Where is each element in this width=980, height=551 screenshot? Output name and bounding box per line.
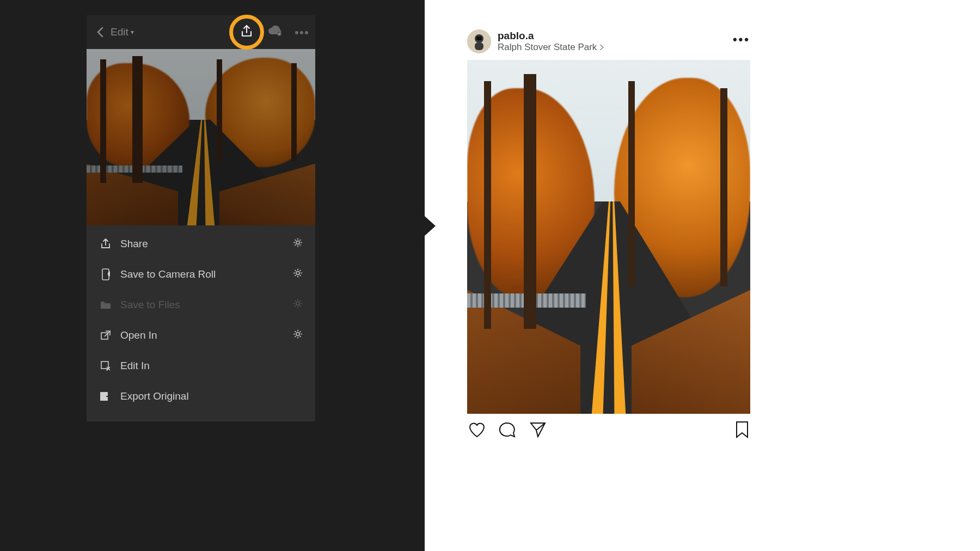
post-image[interactable] (467, 60, 750, 414)
avatar[interactable] (467, 29, 491, 53)
more-icon[interactable] (295, 27, 309, 37)
menu-item-share[interactable]: Share (87, 229, 315, 259)
location[interactable]: Ralph Stover State Park (498, 42, 604, 53)
caret-down-icon: ▾ (131, 28, 134, 36)
menu-item-label: Edit In (120, 360, 150, 372)
header-actions (267, 15, 309, 49)
lightroom-panel: Edit ▾ (0, 0, 425, 551)
menu-item-save-camera-roll[interactable]: Save to Camera Roll (87, 259, 315, 290)
gear-icon[interactable] (292, 268, 303, 281)
photo-preview (87, 49, 315, 225)
menu-item-label: Save to Camera Roll (120, 268, 216, 280)
bookmark-icon[interactable] (735, 421, 749, 440)
gear-icon[interactable] (292, 329, 303, 342)
menu-item-open-in[interactable]: Open In (87, 320, 315, 351)
svg-rect-15 (476, 36, 482, 40)
share-button-highlight[interactable] (229, 15, 264, 50)
cloud-sync-icon[interactable] (267, 26, 283, 39)
menu-item-label: Save to Files (120, 299, 180, 311)
svg-point-9 (296, 333, 299, 336)
gear-icon[interactable] (292, 237, 303, 251)
edit-in-icon (99, 360, 113, 371)
send-icon[interactable] (529, 421, 547, 440)
menu-item-edit-in[interactable]: Edit In (87, 351, 315, 381)
post-actions (467, 414, 750, 440)
menu-item-label: Share (120, 238, 148, 250)
location-label: Ralph Stover State Park (498, 42, 597, 53)
svg-point-4 (296, 241, 299, 244)
svg-rect-14 (475, 42, 483, 50)
menu-item-label: Export Original (120, 390, 189, 402)
svg-point-3 (305, 31, 308, 34)
username[interactable]: pablo.a (498, 30, 604, 42)
post-header: pablo.a Ralph Stover State Park ••• (467, 27, 750, 60)
mode-dropdown[interactable]: Edit ▾ (111, 26, 134, 38)
svg-point-2 (300, 31, 303, 34)
share-menu: Share Save to Camera Roll Save to File (87, 225, 315, 421)
comment-icon[interactable] (499, 421, 516, 440)
share-icon (240, 25, 253, 40)
folder-icon (99, 300, 113, 310)
post-author-block: pablo.a Ralph Stover State Park (498, 30, 604, 53)
post-more-icon[interactable]: ••• (733, 33, 750, 47)
like-icon[interactable] (468, 421, 486, 440)
open-in-icon (99, 330, 113, 341)
transition-arrow-icon (408, 201, 436, 250)
instagram-post: pablo.a Ralph Stover State Park ••• (467, 27, 750, 440)
menu-item-save-files: Save to Files (87, 290, 315, 320)
instagram-panel: pablo.a Ralph Stover State Park ••• (425, 0, 817, 551)
svg-point-7 (296, 302, 299, 305)
menu-item-label: Open In (120, 329, 157, 341)
back-icon[interactable] (94, 26, 106, 38)
svg-point-1 (295, 31, 298, 34)
menu-item-export-original[interactable]: Export Original (87, 381, 315, 412)
mode-label: Edit (111, 26, 128, 38)
gear-icon (292, 298, 303, 312)
share-icon (99, 238, 113, 249)
app-header: Edit ▾ (87, 15, 315, 49)
svg-point-6 (296, 272, 299, 275)
phone-frame: Edit ▾ (87, 15, 315, 421)
export-icon (99, 391, 113, 401)
device-icon (99, 268, 113, 280)
